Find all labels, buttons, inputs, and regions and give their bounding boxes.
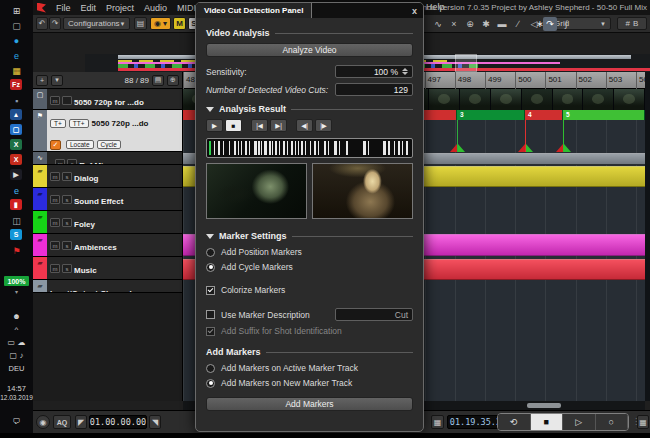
play-button[interactable]: ▶ (206, 119, 223, 132)
edge-icon[interactable]: e (7, 49, 26, 62)
track-row[interactable]: ▰msAmbiences●◂= (33, 234, 182, 257)
checkbox-icon[interactable] (206, 286, 215, 295)
marker-description-input[interactable]: Cut (335, 308, 413, 321)
file-explorer-icon[interactable]: ▦ (7, 64, 26, 77)
eraser-tool-icon[interactable]: × (447, 17, 461, 31)
curve-tool-icon[interactable]: ∫ (559, 17, 573, 31)
quantize-preset-button[interactable]: # B (617, 17, 647, 30)
cut-start-button[interactable]: ◀| (296, 119, 313, 132)
scrollbar-thumb[interactable] (527, 403, 561, 408)
checkbox-icon[interactable] (206, 310, 215, 319)
gray-app-icon[interactable]: ◫ (7, 214, 26, 227)
audio-quantize-button[interactable]: AQ (53, 415, 71, 429)
clock-time[interactable]: 14:57 (0, 384, 33, 393)
checkbox-option[interactable]: Add Suffix for Shot Identification (206, 326, 413, 336)
radio-icon[interactable] (206, 379, 215, 388)
track-row[interactable]: ⚑T+TT+5050 720p ...do✓LocateCycle (33, 110, 182, 152)
draw-tool-icon[interactable]: ∕ (511, 17, 525, 31)
glue-tool-icon[interactable]: ∿ (431, 17, 445, 31)
menu-item-file[interactable]: File (56, 3, 71, 13)
radio-option[interactable]: Add Position Markers (206, 247, 413, 257)
radio-icon[interactable] (206, 364, 215, 373)
solo-button[interactable]: s (62, 172, 72, 181)
cycle-marker-region[interactable]: 5 (563, 110, 645, 120)
right-locator-icon[interactable]: ◥ (149, 415, 161, 429)
battery-cloud-icons[interactable]: ▭ ☁ (0, 338, 33, 347)
track-row[interactable]: ▰Input/Output Channels (33, 280, 182, 293)
cycle-button[interactable]: ⟲ (498, 414, 531, 430)
stepper-icon[interactable] (402, 68, 408, 75)
filezilla-icon[interactable]: Fz (10, 79, 22, 90)
mute-button[interactable]: m (50, 264, 60, 273)
track-row[interactable]: ▰msMusic●◂= (33, 257, 182, 280)
mute-button[interactable]: m (50, 172, 60, 181)
people-icon[interactable]: ☻ (0, 312, 33, 321)
clock-date[interactable]: 12.03.2019 (0, 394, 33, 401)
zoom-tool-icon[interactable]: ⊕ (463, 17, 477, 31)
mute-button[interactable]: m (50, 241, 60, 250)
cycle-button[interactable]: Cycle (97, 140, 121, 149)
vertical-scrollbar[interactable] (645, 72, 650, 401)
internet-explorer-icon[interactable]: e (7, 184, 26, 197)
marker-settings-heading[interactable]: Marker Settings (206, 231, 413, 241)
radio-option[interactable]: Add Markers on New Marker Track (206, 378, 413, 388)
mute-button[interactable]: m (50, 218, 60, 227)
next-cut-button[interactable]: ▶| (270, 119, 287, 132)
play-tool-icon[interactable]: ◁ (527, 17, 541, 31)
nuendo-icon[interactable]: ⚑ (7, 244, 26, 257)
sensitivity-input[interactable]: 100 % (335, 65, 413, 78)
cut-end-button[interactable]: |▶ (315, 119, 332, 132)
chevron-up-icon[interactable]: ^ (0, 325, 33, 334)
overview-view-range[interactable] (455, 54, 477, 72)
add-cycle-marker-button[interactable]: TT+ (69, 119, 89, 128)
photos-icon[interactable]: ▴ (10, 109, 22, 120)
metronome-button[interactable]: ◉ (36, 415, 50, 429)
radio-option[interactable]: Add Markers on Active Marker Track (206, 363, 413, 373)
locate-button[interactable]: Locate (66, 140, 94, 149)
solo-button[interactable]: s (62, 218, 72, 227)
mute-button[interactable]: m (55, 159, 65, 164)
menu-item-midi[interactable]: MIDI (177, 3, 196, 13)
mute-button[interactable]: m (50, 195, 60, 204)
analysis-result-heading[interactable]: Analysis Result (206, 104, 413, 114)
active-marker-checkbox[interactable]: ✓ (50, 140, 61, 150)
record-button[interactable]: ○ (596, 414, 629, 430)
checkbox-option[interactable]: Use Marker DescriptionCut (206, 308, 413, 321)
track-row[interactable]: ▰msFoley●◂= (33, 211, 182, 234)
lock-icon[interactable] (62, 96, 72, 105)
mute-all-button[interactable]: M (173, 17, 186, 30)
track-row[interactable]: ▰msDialog●◂= (33, 165, 182, 188)
solo-button[interactable]: s (67, 159, 77, 164)
play-button[interactable]: ▷ (563, 414, 596, 430)
radio-option[interactable]: Add Cycle Markers (206, 262, 413, 272)
red-x-app-icon[interactable]: X (10, 154, 22, 165)
checkbox-icon[interactable] (206, 327, 215, 336)
prev-cut-button[interactable]: |◀ (251, 119, 268, 132)
red-app-icon[interactable]: ▮ (10, 199, 22, 210)
stop-button[interactable]: ■ (531, 414, 564, 430)
add-markers-button[interactable]: Add Markers (206, 397, 413, 411)
configurations-dropdown[interactable]: Configurations ▼ (63, 17, 130, 30)
add-track-button[interactable]: + (36, 75, 48, 86)
radio-icon[interactable] (206, 263, 215, 272)
track-row[interactable]: ▢m5050 720p for ...do▦◫ (33, 89, 182, 110)
movies-icon[interactable]: ▶ (10, 169, 22, 180)
camera-dropdown-button[interactable]: ◉ ▾ (150, 17, 171, 30)
track-row[interactable]: ▰msSound Effect●◂= (33, 188, 182, 211)
time-format-button[interactable]: ▦ (431, 415, 444, 429)
checkbox-option[interactable]: Colorize Markers (206, 285, 413, 295)
solo-button[interactable]: s (62, 241, 72, 250)
selection-tool-icon[interactable]: ↷ (543, 17, 557, 31)
track-row[interactable]: ∿1msRef Mix (33, 152, 182, 165)
track-presets-dropdown[interactable]: ▾ (51, 75, 63, 86)
language-indicator[interactable]: DEU (0, 364, 33, 373)
redo-button[interactable]: ↷ (49, 17, 61, 30)
analyze-video-button[interactable]: Analyze Video (206, 43, 413, 57)
track-search-icon[interactable]: ⊕ (167, 75, 179, 86)
hand-tool-icon[interactable]: ✱ (479, 17, 493, 31)
menu-item-edit[interactable]: Edit (81, 3, 97, 13)
solo-button[interactable]: s (62, 195, 72, 204)
mute-tool-icon[interactable]: ▬ (495, 17, 509, 31)
track-filter-button[interactable]: ▤ (152, 75, 164, 86)
add-marker-button[interactable]: T+ (50, 119, 66, 128)
